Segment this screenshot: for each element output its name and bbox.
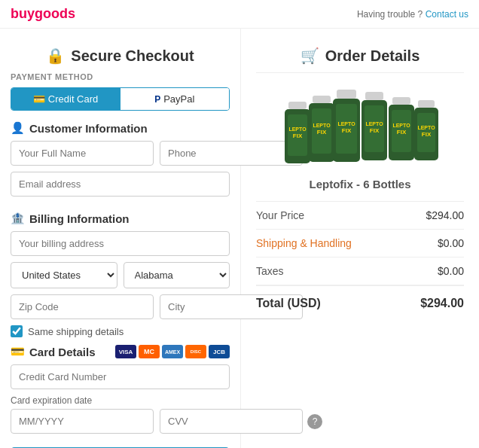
payment-method-label: PAYMENT METHOD xyxy=(11,72,230,81)
svg-text:FIX: FIX xyxy=(317,129,327,136)
discover-icon: DISC xyxy=(185,345,206,358)
total-row: Total (USD) $294.00 xyxy=(256,286,464,315)
payment-method-section: PAYMENT METHOD 💳 Credit Card P PayPal xyxy=(11,72,230,111)
billing-address-input[interactable] xyxy=(11,231,230,256)
svg-text:FIX: FIX xyxy=(397,129,407,136)
full-name-input[interactable] xyxy=(11,141,154,166)
email-input[interactable] xyxy=(11,172,230,197)
country-state-row: United States Alabama xyxy=(11,262,230,288)
paypal-tab[interactable]: P PayPal xyxy=(121,88,230,110)
bottles-svg: LEPTO FIX LEPTO FIX LEPTO FIX xyxy=(277,81,443,163)
mastercard-icon: MC xyxy=(139,345,160,358)
svg-text:LEPTO: LEPTO xyxy=(288,126,307,132)
user-icon: 👤 xyxy=(11,121,25,135)
svg-rect-10 xyxy=(337,90,356,99)
svg-text:LEPTO: LEPTO xyxy=(337,121,355,126)
paypal-icon: P xyxy=(154,94,160,105)
card-details-title: 💳 Card Details xyxy=(11,345,96,358)
product-image: LEPTO FIX LEPTO FIX LEPTO FIX xyxy=(256,73,464,170)
card-icons: VISA MC AMEX DISC JCB xyxy=(115,345,230,358)
credit-card-tab[interactable]: 💳 Credit Card xyxy=(11,88,121,110)
zip-input[interactable] xyxy=(11,294,154,319)
shipping-row: Shipping & Handling $0.00 xyxy=(256,230,464,258)
taxes-row: Taxes $0.00 xyxy=(256,258,464,285)
your-price-row: Your Price $294.00 xyxy=(256,202,464,230)
zip-city-row xyxy=(11,294,230,319)
svg-text:LEPTO: LEPTO xyxy=(392,123,410,128)
svg-text:LEPTO: LEPTO xyxy=(313,123,331,128)
total-label: Total (USD) xyxy=(256,297,321,310)
name-phone-row xyxy=(11,141,230,166)
trouble-text: Having trouble ? xyxy=(357,9,423,20)
svg-rect-25 xyxy=(418,100,435,108)
your-price-label: Your Price xyxy=(256,209,304,221)
svg-text:FIX: FIX xyxy=(422,131,432,138)
cart-icon: 🛒 xyxy=(301,47,319,65)
card-tab-icon: 💳 xyxy=(33,93,45,105)
right-panel: 🛒 Order Details LEPTO FIX xyxy=(241,29,479,448)
svg-text:FIX: FIX xyxy=(293,133,303,139)
svg-rect-20 xyxy=(392,97,410,105)
same-shipping-checkbox[interactable] xyxy=(11,325,23,337)
expiry-label: Card expiration date xyxy=(11,395,230,406)
svg-rect-5 xyxy=(313,96,331,103)
product-name: Leptofix - 6 Bottles xyxy=(256,178,464,190)
header-right: Having trouble ? Contact us xyxy=(357,9,468,20)
secure-checkout-label: Secure Checkout xyxy=(71,47,194,65)
your-price-value: $294.00 xyxy=(426,209,464,221)
svg-text:FIX: FIX xyxy=(342,127,352,134)
lock-icon: 🔒 xyxy=(46,47,65,65)
same-shipping-label: Same shipping details xyxy=(28,326,124,337)
amex-icon: AMEX xyxy=(162,345,183,358)
left-panel: 🔒 Secure Checkout PAYMENT METHOD 💳 Credi… xyxy=(0,29,241,448)
same-shipping-row: Same shipping details xyxy=(11,325,230,337)
taxes-label: Taxes xyxy=(256,265,284,277)
card-icon: 💳 xyxy=(11,345,25,358)
main-layout: 🔒 Secure Checkout PAYMENT METHOD 💳 Credi… xyxy=(0,29,479,448)
shipping-value: $0.00 xyxy=(438,237,464,249)
country-select[interactable]: United States xyxy=(11,262,117,288)
card-details-section: 💳 Card Details VISA MC AMEX DISC JCB Car… xyxy=(11,345,230,434)
total-value: $294.00 xyxy=(420,297,464,310)
customer-info-section: 👤 Customer Information xyxy=(11,121,230,203)
svg-rect-0 xyxy=(288,102,307,109)
customer-info-title: 👤 Customer Information xyxy=(11,121,230,135)
billing-info-title: 🏦 Billing Information xyxy=(11,212,230,225)
logo-text: buygoods xyxy=(11,6,75,21)
svg-text:LEPTO: LEPTO xyxy=(365,121,383,126)
billing-info-section: 🏦 Billing Information United States Alab… xyxy=(11,212,230,337)
jcb-icon: JCB xyxy=(209,345,230,358)
state-select[interactable]: Alabama xyxy=(124,262,230,288)
billing-icon: 🏦 xyxy=(11,212,25,225)
card-details-header: 💳 Card Details VISA MC AMEX DISC JCB xyxy=(11,345,230,358)
paypal-tab-label: PayPal xyxy=(163,93,194,105)
visa-icon: VISA xyxy=(115,345,136,358)
order-details-title: 🛒 Order Details xyxy=(256,36,464,73)
svg-text:FIX: FIX xyxy=(370,127,380,134)
svg-text:LEPTO: LEPTO xyxy=(417,125,435,130)
checkout-title: 🔒 Secure Checkout xyxy=(11,36,230,72)
header: buygoods Having trouble ? Contact us xyxy=(0,0,479,29)
card-number-input[interactable] xyxy=(11,364,230,389)
svg-rect-15 xyxy=(365,92,383,100)
logo: buygoods xyxy=(11,6,75,22)
taxes-value: $0.00 xyxy=(438,265,464,277)
expiry-input[interactable] xyxy=(11,409,154,434)
payment-tabs: 💳 Credit Card P PayPal xyxy=(11,87,230,111)
contact-link[interactable]: Contact us xyxy=(426,9,468,20)
expiry-cvv-row: ? xyxy=(11,409,230,434)
shipping-label: Shipping & Handling xyxy=(256,237,352,249)
credit-card-tab-label: Credit Card xyxy=(48,93,98,105)
